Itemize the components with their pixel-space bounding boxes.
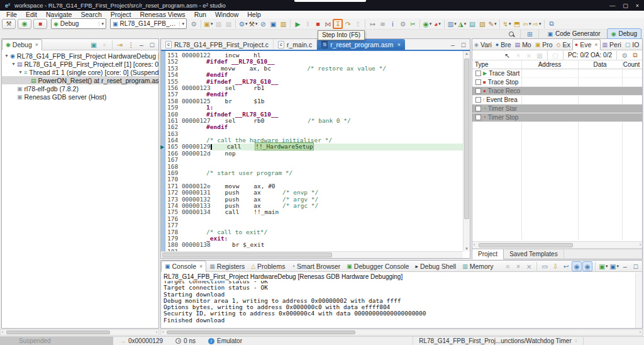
maximize-console-icon[interactable]: □ xyxy=(631,261,641,271)
debug-launch-button[interactable]: ◉ xyxy=(18,19,31,29)
build-config-icon[interactable]: ⚒▾ xyxy=(248,19,258,29)
console-output[interactable]: Target connection status - OKTarget conn… xyxy=(164,281,634,327)
debug-tree-item[interactable]: ▼≡Thread #1 1 (single core) [core: 0] (S… xyxy=(2,68,158,76)
column-header-count[interactable]: Count xyxy=(622,61,641,68)
menu-window[interactable]: Window xyxy=(211,11,243,18)
menu-file[interactable]: File xyxy=(2,11,21,18)
eventpoint-row[interactable]: ▶Trace Start xyxy=(472,69,642,78)
remove-all-launches-icon[interactable]: ⨯ xyxy=(524,261,534,271)
close-icon[interactable]: × xyxy=(397,42,401,48)
debug-tree-item[interactable]: ▼◉RL78_G14_FPB_First_Project HardwareDeb… xyxy=(2,52,158,60)
menu-navigate[interactable]: Navigate xyxy=(42,11,76,18)
tab-vari[interactable]: ◈Vari xyxy=(472,39,494,50)
scroll-thumb[interactable] xyxy=(464,59,469,219)
debug-settings-icon[interactable]: ⚙ xyxy=(397,19,408,29)
debug-tree-item[interactable]: ▣Renesas GDB server (Host) xyxy=(2,93,158,101)
maximize-editor-icon[interactable]: □ xyxy=(458,40,469,50)
open-eventpoints-icon[interactable]: ⧉ xyxy=(630,50,640,60)
scroll-thumb[interactable] xyxy=(162,252,332,257)
step-over-icon[interactable]: ↷ xyxy=(343,19,353,29)
checkbox[interactable] xyxy=(475,97,481,103)
checkbox[interactable] xyxy=(475,71,481,76)
console-view-icon[interactable]: ▣ xyxy=(268,19,278,29)
tab-debug-shell[interactable]: ▸Debug Shell xyxy=(412,261,459,272)
back-history-icon[interactable]: ⇦▾ xyxy=(522,19,532,29)
tab-bre[interactable]: ●Bre xyxy=(494,39,513,50)
edit-eventpoint-icon[interactable]: ▦ xyxy=(535,50,545,60)
menu-edit[interactable]: Edit xyxy=(21,11,42,18)
scroll-thumb[interactable] xyxy=(479,243,573,247)
drop-to-frame-icon[interactable]: ↦ xyxy=(367,19,377,29)
clear-console-icon[interactable]: ▭ xyxy=(540,261,550,271)
menu-renesas-views[interactable]: Renesas Views xyxy=(135,11,189,18)
eventpoint-row[interactable]: ◔Timer Star xyxy=(472,105,642,113)
minimize-window-button[interactable]: — xyxy=(609,3,615,9)
menu-run[interactable]: Run xyxy=(190,11,211,18)
skip-breakpoints-icon[interactable]: ⊘ xyxy=(258,19,268,29)
step-into-icon[interactable]: ↧ xyxy=(333,19,343,29)
bottom-tab-project[interactable]: Project xyxy=(472,249,504,259)
save-icon[interactable]: ▦ xyxy=(213,19,223,29)
visual-expression-icon[interactable]: ✎▾ xyxy=(487,19,497,29)
launch-settings-icon[interactable]: ⚙ xyxy=(189,19,199,29)
save-all-icon[interactable]: ▦ xyxy=(223,19,233,29)
checkbox[interactable] xyxy=(475,106,481,111)
delete-eventpoint-icon[interactable]: × xyxy=(513,50,523,60)
eventpoint-row[interactable]: !Event Brea xyxy=(472,96,642,105)
close-icon[interactable]: × xyxy=(199,263,203,269)
terminate-launch-button[interactable]: ■ xyxy=(33,19,47,29)
minimize-view-icon[interactable]: – xyxy=(641,40,644,50)
show-on-output-icon[interactable]: ◉ xyxy=(582,261,592,271)
maximize-window-button[interactable]: ▢ xyxy=(623,3,628,9)
terminate-icon[interactable]: ■ xyxy=(313,19,323,29)
eventpoint-row[interactable]: ●Trace Reco xyxy=(472,87,642,96)
close-window-button[interactable]: × xyxy=(636,3,639,9)
scroll-right-icon[interactable]: › xyxy=(640,242,641,247)
step-return-icon[interactable]: ↥ xyxy=(353,19,363,29)
eventpoints-horizontal-scrollbar[interactable]: ‹ › xyxy=(472,241,642,249)
sample-projects-icon[interactable]: ⬒ xyxy=(512,19,522,29)
delete-all-eventpoints-icon[interactable]: ⨯ xyxy=(524,50,534,60)
io-registers-icon[interactable]: ▤ xyxy=(467,19,477,29)
tab-memory[interactable]: ▥Memory xyxy=(459,261,496,272)
open-perspective-icon[interactable]: ⊞ xyxy=(525,29,535,39)
column-header-data[interactable]: Data xyxy=(578,61,622,68)
tab-debugger-console[interactable]: ▣Debugger Console xyxy=(343,261,412,272)
scroll-down-icon[interactable]: ▼ xyxy=(465,247,469,251)
tab-debug-view[interactable]: ◉ Debug × xyxy=(2,39,42,50)
scroll-thumb[interactable] xyxy=(6,331,110,334)
console-horizontal-scrollbar[interactable]: ‹ › xyxy=(160,329,643,336)
tab-registers[interactable]: ▦Registers xyxy=(206,261,248,272)
launch-config-combo[interactable]: ▣RL78_G14_FPB_First_Project▾ xyxy=(110,18,187,29)
debug-tree-item[interactable]: ▤PowerON_Reset() at r_reset_program.asm:… xyxy=(2,76,158,84)
chevron-down-icon[interactable]: ▾ xyxy=(99,21,106,26)
tab-console[interactable]: ▣Console× xyxy=(161,261,206,272)
flash-programmer-icon[interactable]: ↯▾ xyxy=(502,19,512,29)
minimize-console-icon[interactable]: – xyxy=(620,261,630,271)
suspend-icon[interactable]: ‖ xyxy=(303,19,313,29)
column-header-address[interactable]: Address xyxy=(521,61,578,68)
console-vertical-scrollbar[interactable] xyxy=(635,273,642,328)
instruction-stepping-icon[interactable]: i xyxy=(387,19,397,29)
menu-help[interactable]: Help xyxy=(243,11,265,18)
scroll-lock-icon[interactable]: ⇩ xyxy=(550,261,560,271)
tab-io[interactable]: ▢IO xyxy=(623,39,641,50)
memory-usage-icon[interactable]: ▧ xyxy=(477,19,487,29)
eventpoint-row[interactable]: ■Trace Stop xyxy=(472,78,642,87)
use-step-filters-icon[interactable]: ≋ xyxy=(377,19,387,29)
run-history-icon[interactable]: ◕▾ xyxy=(432,19,442,29)
expander-icon[interactable]: ▼ xyxy=(11,62,16,66)
debug-config-icon[interactable]: ⚙▾ xyxy=(238,19,248,29)
scroll-thumb[interactable] xyxy=(167,331,355,334)
search-icon[interactable] xyxy=(506,29,516,39)
editor-tab-r_main.c[interactable]: cr_main.c xyxy=(274,39,317,50)
memory-monitors-icon[interactable]: ▥ xyxy=(278,19,288,29)
tab-smart-browser[interactable]: ◔Smart Browser xyxy=(288,261,343,272)
eventpoint-row[interactable]: ◔Timer Stop xyxy=(472,113,642,122)
close-icon[interactable]: × xyxy=(35,42,38,48)
disconnect-view-icon[interactable]: × xyxy=(99,40,109,50)
perspective-code-generator[interactable]: ▣Code Generator xyxy=(543,28,604,39)
editor-vertical-scrollbar[interactable]: ▲ ▼ xyxy=(463,51,470,251)
scroll-left-icon[interactable]: ‹ xyxy=(474,242,475,247)
open-new-window-icon[interactable]: ⧉ xyxy=(547,19,557,29)
